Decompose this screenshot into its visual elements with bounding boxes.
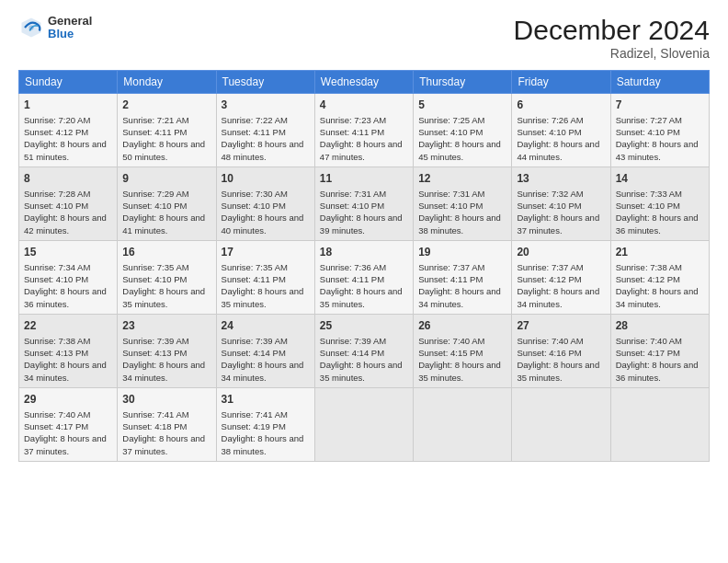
- col-monday: Monday: [118, 71, 216, 94]
- sunset-time: Sunset: 4:17 PM: [24, 420, 112, 432]
- daylight-hours: Daylight: 8 hours and 44 minutes.: [517, 138, 605, 163]
- sunset-time: Sunset: 4:11 PM: [222, 273, 310, 285]
- sunset-time: Sunset: 4:10 PM: [616, 200, 704, 212]
- calendar-week-1: 1Sunrise: 7:20 AMSunset: 4:12 PMDaylight…: [19, 94, 710, 167]
- daylight-hours: Daylight: 8 hours and 43 minutes.: [616, 138, 704, 163]
- sunrise-time: Sunrise: 7:38 AM: [24, 335, 112, 347]
- sunset-time: Sunset: 4:11 PM: [222, 126, 310, 138]
- title-area: December 2024 Radizel, Slovenia: [514, 15, 710, 61]
- day-number: 2: [122, 98, 210, 113]
- daylight-hours: Daylight: 8 hours and 35 minutes.: [122, 285, 210, 310]
- sunset-time: Sunset: 4:14 PM: [320, 347, 408, 359]
- daylight-hours: Daylight: 8 hours and 36 minutes.: [616, 212, 704, 236]
- logo-blue: Blue: [48, 28, 92, 40]
- sunset-time: Sunset: 4:10 PM: [418, 126, 506, 138]
- calendar-cell: 14Sunrise: 7:33 AMSunset: 4:10 PMDayligh…: [610, 167, 709, 240]
- sunset-time: Sunset: 4:10 PM: [122, 200, 210, 212]
- sunrise-time: Sunrise: 7:37 AM: [517, 261, 605, 273]
- daylight-hours: Daylight: 8 hours and 38 minutes.: [222, 432, 310, 457]
- sunrise-time: Sunrise: 7:20 AM: [24, 114, 112, 126]
- page-header: General Blue December 2024 Radizel, Slov…: [18, 15, 710, 61]
- calendar-cell: 30Sunrise: 7:41 AMSunset: 4:18 PMDayligh…: [118, 387, 216, 461]
- sunset-time: Sunset: 4:17 PM: [616, 347, 704, 359]
- daylight-hours: Daylight: 8 hours and 34 minutes.: [517, 285, 605, 310]
- logo-general: General: [48, 15, 92, 28]
- day-number: 18: [320, 245, 408, 260]
- sunrise-time: Sunrise: 7:39 AM: [320, 335, 408, 347]
- calendar-cell: 7Sunrise: 7:27 AMSunset: 4:10 PMDaylight…: [610, 94, 709, 167]
- sunset-time: Sunset: 4:12 PM: [517, 273, 605, 285]
- sunset-time: Sunset: 4:11 PM: [320, 126, 408, 138]
- calendar-cell: 17Sunrise: 7:35 AMSunset: 4:11 PMDayligh…: [216, 240, 314, 314]
- day-number: 1: [24, 98, 112, 113]
- calendar-cell: 15Sunrise: 7:34 AMSunset: 4:10 PMDayligh…: [19, 240, 118, 314]
- day-number: 26: [418, 318, 506, 334]
- logo-text: General Blue: [48, 15, 92, 41]
- calendar-cell: 16Sunrise: 7:35 AMSunset: 4:10 PMDayligh…: [118, 240, 216, 314]
- day-number: 13: [517, 171, 605, 187]
- calendar-cell: [610, 387, 709, 461]
- calendar-cell: 5Sunrise: 7:25 AMSunset: 4:10 PMDaylight…: [414, 94, 512, 167]
- sunset-time: Sunset: 4:10 PM: [122, 273, 210, 285]
- calendar-cell: 20Sunrise: 7:37 AMSunset: 4:12 PMDayligh…: [512, 240, 610, 314]
- calendar-cell: 11Sunrise: 7:31 AMSunset: 4:10 PMDayligh…: [314, 167, 413, 240]
- sunrise-time: Sunrise: 7:34 AM: [24, 261, 112, 273]
- day-number: 23: [122, 318, 210, 334]
- daylight-hours: Daylight: 8 hours and 35 minutes.: [517, 359, 605, 384]
- sunrise-time: Sunrise: 7:40 AM: [418, 335, 506, 347]
- day-number: 19: [418, 245, 506, 260]
- calendar-cell: 29Sunrise: 7:40 AMSunset: 4:17 PMDayligh…: [19, 387, 118, 461]
- day-number: 27: [517, 318, 605, 334]
- sunset-time: Sunset: 4:15 PM: [418, 347, 506, 359]
- calendar-cell: [414, 387, 512, 461]
- col-tuesday: Tuesday: [216, 71, 314, 94]
- calendar-cell: 31Sunrise: 7:41 AMSunset: 4:19 PMDayligh…: [216, 387, 314, 461]
- sunset-time: Sunset: 4:13 PM: [122, 347, 210, 359]
- calendar-cell: 12Sunrise: 7:31 AMSunset: 4:10 PMDayligh…: [414, 167, 512, 240]
- sunrise-time: Sunrise: 7:41 AM: [222, 408, 310, 420]
- day-number: 15: [24, 245, 112, 260]
- sunrise-time: Sunrise: 7:25 AM: [418, 114, 506, 126]
- calendar-cell: 26Sunrise: 7:40 AMSunset: 4:15 PMDayligh…: [414, 314, 512, 387]
- sunrise-time: Sunrise: 7:31 AM: [418, 188, 506, 200]
- sunset-time: Sunset: 4:10 PM: [24, 200, 112, 212]
- sunset-time: Sunset: 4:18 PM: [122, 420, 210, 432]
- daylight-hours: Daylight: 8 hours and 37 minutes.: [122, 432, 210, 457]
- calendar-cell: [314, 387, 413, 461]
- sunrise-time: Sunrise: 7:21 AM: [122, 114, 210, 126]
- daylight-hours: Daylight: 8 hours and 35 minutes.: [418, 359, 506, 384]
- sunrise-time: Sunrise: 7:39 AM: [122, 335, 210, 347]
- daylight-hours: Daylight: 8 hours and 39 minutes.: [320, 212, 408, 236]
- day-number: 9: [122, 171, 210, 187]
- sunset-time: Sunset: 4:10 PM: [517, 200, 605, 212]
- header-row: Sunday Monday Tuesday Wednesday Thursday…: [19, 71, 710, 94]
- daylight-hours: Daylight: 8 hours and 34 minutes.: [616, 285, 704, 310]
- sunset-time: Sunset: 4:10 PM: [418, 200, 506, 212]
- sunrise-time: Sunrise: 7:40 AM: [616, 335, 704, 347]
- location: Radizel, Slovenia: [514, 46, 710, 61]
- calendar-cell: 19Sunrise: 7:37 AMSunset: 4:11 PMDayligh…: [414, 240, 512, 314]
- day-number: 14: [616, 171, 704, 187]
- calendar-cell: 23Sunrise: 7:39 AMSunset: 4:13 PMDayligh…: [118, 314, 216, 387]
- calendar-cell: [512, 387, 610, 461]
- sunset-time: Sunset: 4:16 PM: [517, 347, 605, 359]
- day-number: 7: [616, 98, 704, 113]
- sunrise-time: Sunrise: 7:40 AM: [517, 335, 605, 347]
- calendar-cell: 1Sunrise: 7:20 AMSunset: 4:12 PMDaylight…: [19, 94, 118, 167]
- sunset-time: Sunset: 4:14 PM: [222, 347, 310, 359]
- day-number: 10: [222, 171, 310, 187]
- day-number: 16: [122, 245, 210, 260]
- sunrise-time: Sunrise: 7:40 AM: [24, 408, 112, 420]
- sunrise-time: Sunrise: 7:26 AM: [517, 114, 605, 126]
- col-thursday: Thursday: [414, 71, 512, 94]
- calendar-cell: 6Sunrise: 7:26 AMSunset: 4:10 PMDaylight…: [512, 94, 610, 167]
- daylight-hours: Daylight: 8 hours and 36 minutes.: [616, 359, 704, 384]
- daylight-hours: Daylight: 8 hours and 47 minutes.: [320, 138, 408, 163]
- sunset-time: Sunset: 4:13 PM: [24, 347, 112, 359]
- day-number: 29: [24, 392, 112, 408]
- sunrise-time: Sunrise: 7:22 AM: [222, 114, 310, 126]
- daylight-hours: Daylight: 8 hours and 34 minutes.: [122, 359, 210, 384]
- sunset-time: Sunset: 4:12 PM: [616, 273, 704, 285]
- calendar-cell: 2Sunrise: 7:21 AMSunset: 4:11 PMDaylight…: [118, 94, 216, 167]
- daylight-hours: Daylight: 8 hours and 41 minutes.: [122, 212, 210, 236]
